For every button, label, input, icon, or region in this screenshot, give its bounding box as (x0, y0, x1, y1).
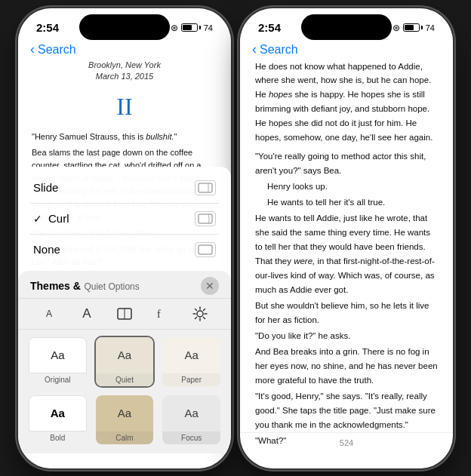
right-para-1: He does not know what happened to Addie,… (255, 60, 438, 146)
left-phone: 2:54 ⊛ 74 (18, 8, 231, 468)
svg-line-15 (204, 309, 205, 310)
right-wifi-icon: ⊛ (392, 23, 400, 33)
left-time: 2:54 (36, 21, 59, 34)
none-label: None (33, 243, 60, 256)
curl-icon (195, 211, 216, 226)
book-date: March 13, 2015 (32, 71, 217, 82)
right-book-content: He does not know what happened to Addie,… (240, 60, 453, 453)
right-para-7: "Do you like it?" he asks. (255, 329, 438, 343)
right-para-6: But she wouldn't believe him, so he lets… (255, 299, 438, 327)
right-chevron-left-icon: ‹ (252, 42, 257, 56)
theme-focus-label: Focus (162, 431, 220, 444)
slide-label: Slide (33, 181, 58, 194)
theme-calm[interactable]: Aa Calm (94, 394, 155, 446)
checkmark-icon: ✓ (33, 213, 42, 225)
curl-label: Curl (48, 212, 69, 225)
themes-title-group: Themes & Quiet Options (30, 279, 140, 293)
right-text: He does not know what happened to Addie,… (255, 60, 438, 453)
slide-menu: Slide ✓ Curl (18, 167, 231, 271)
theme-bold-label: Bold (29, 431, 87, 444)
right-back-button[interactable]: ‹ Search (252, 43, 298, 57)
themes-subtitle: Quiet Options (84, 281, 139, 292)
right-para-3: Henry looks up. (255, 180, 438, 194)
theme-paper-label: Paper (162, 373, 220, 386)
wifi-icon: ⊛ (171, 23, 178, 33)
book-location: Brooklyn, New York (32, 60, 217, 71)
svg-line-13 (204, 317, 205, 318)
battery-label: 74 (204, 23, 213, 32)
close-button[interactable]: ✕ (201, 277, 219, 295)
right-battery-icon (403, 23, 423, 32)
theme-original-label: Original (29, 373, 87, 386)
book-icon-button[interactable] (111, 303, 138, 324)
theme-calm-label: Calm (96, 431, 154, 444)
right-para-2: "You're really going to method actor thi… (255, 149, 438, 178)
svg-rect-2 (199, 214, 212, 223)
brightness-icon-button[interactable] (186, 303, 214, 324)
theme-bold-preview: Aa (29, 395, 87, 431)
theme-original-preview: Aa (29, 337, 87, 373)
themes-header: Themes & Quiet Options ✕ (18, 271, 231, 298)
toolbar-row: A A f (18, 298, 231, 330)
svg-rect-3 (199, 245, 212, 254)
right-para-4: He wants to tell her it's all true. (255, 195, 438, 210)
svg-line-12 (195, 309, 197, 310)
svg-text:f: f (157, 309, 161, 320)
themes-grid: Aa Original Aa Quiet Aa Paper Aa (18, 330, 231, 453)
panel-overlay: Slide ✓ Curl (18, 167, 231, 453)
right-para-5: He wants to tell Addie, just like he wro… (255, 211, 438, 297)
slide-icon (195, 180, 216, 195)
right-time: 2:54 (258, 21, 281, 34)
dynamic-island (79, 14, 170, 40)
right-para-9: "It's good, Henry," she says. "It's real… (255, 389, 438, 432)
left-book-content: Brooklyn, New York March 13, 2015 II "He… (18, 60, 231, 453)
theme-paper[interactable]: Aa Paper (161, 336, 222, 388)
right-phone: 2:54 ⊛ 74 (240, 8, 453, 468)
chevron-left-icon: ‹ (30, 42, 35, 56)
right-battery-label: 74 (426, 23, 435, 32)
svg-point-7 (197, 311, 203, 317)
right-dynamic-island (301, 14, 392, 40)
left-back-button[interactable]: ‹ Search (30, 43, 76, 57)
themes-title: Themes & (30, 280, 81, 292)
battery-icon (181, 23, 201, 32)
font-icon-button[interactable]: f (149, 303, 176, 324)
none-icon (195, 242, 216, 257)
slide-menu-item-slide[interactable]: Slide (30, 173, 219, 204)
book-header: Brooklyn, New York March 13, 2015 (32, 60, 217, 83)
theme-focus[interactable]: Aa Focus (161, 394, 222, 446)
svg-line-14 (195, 317, 197, 318)
theme-bold[interactable]: Aa Bold (27, 394, 88, 446)
phones-container: 2:54 ⊛ 74 (11, 1, 460, 476)
right-nav-bar: ‹ Search (240, 41, 453, 60)
slide-menu-item-none[interactable]: None (30, 235, 219, 265)
right-para-8: And Bea breaks into a grin. There is no … (255, 345, 438, 388)
right-back-label: Search (260, 43, 298, 57)
svg-rect-0 (199, 183, 212, 192)
theme-paper-preview: Aa (162, 337, 220, 373)
page-number: 524 (240, 432, 453, 453)
left-nav-bar: ‹ Search (18, 41, 231, 60)
chapter-number: II (32, 88, 217, 124)
left-back-label: Search (38, 43, 76, 57)
theme-quiet-label: Quiet (96, 373, 154, 386)
theme-original[interactable]: Aa Original (27, 336, 88, 388)
theme-calm-preview: Aa (96, 395, 154, 431)
small-a-button[interactable]: A (35, 303, 63, 324)
theme-quiet-preview: Aa (96, 337, 154, 373)
slide-menu-item-curl[interactable]: ✓ Curl (30, 204, 219, 235)
theme-quiet[interactable]: Aa Quiet (94, 336, 155, 388)
book-para-1: "Henry Samuel Strauss, this is bullshit.… (32, 131, 217, 143)
large-a-button[interactable]: A (73, 303, 100, 324)
theme-focus-preview: Aa (162, 395, 220, 431)
